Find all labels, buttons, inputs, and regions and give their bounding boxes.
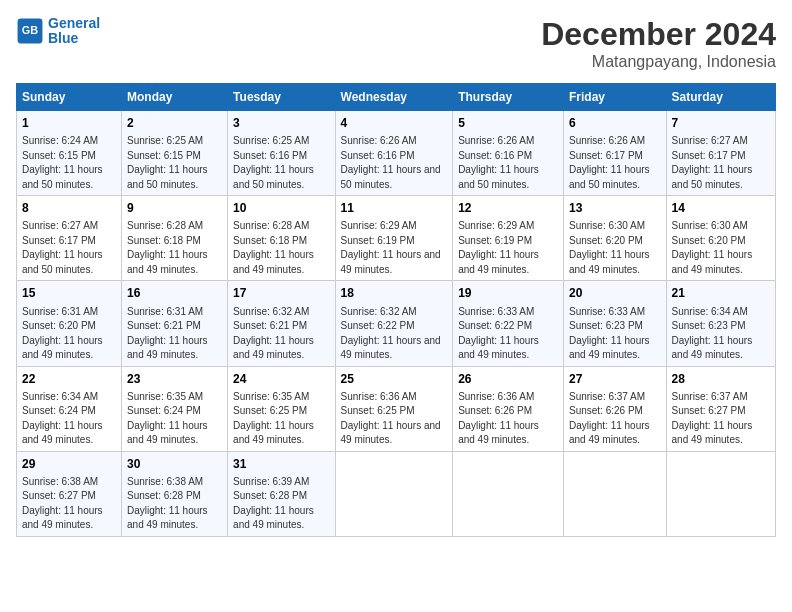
day-detail: Sunrise: 6:34 AMSunset: 6:23 PMDaylight:… [672, 306, 753, 361]
day-number: 27 [569, 371, 661, 387]
day-detail: Sunrise: 6:27 AMSunset: 6:17 PMDaylight:… [672, 135, 753, 190]
day-detail: Sunrise: 6:30 AMSunset: 6:20 PMDaylight:… [569, 220, 650, 275]
day-detail: Sunrise: 6:26 AMSunset: 6:16 PMDaylight:… [341, 135, 441, 190]
day-detail: Sunrise: 6:26 AMSunset: 6:17 PMDaylight:… [569, 135, 650, 190]
calendar-cell: 30Sunrise: 6:38 AMSunset: 6:28 PMDayligh… [122, 451, 228, 536]
col-header-tuesday: Tuesday [228, 84, 335, 111]
logo-line2: Blue [48, 30, 78, 46]
calendar-cell: 18Sunrise: 6:32 AMSunset: 6:22 PMDayligh… [335, 281, 453, 366]
day-number: 25 [341, 371, 448, 387]
day-number: 31 [233, 456, 329, 472]
calendar-cell: 20Sunrise: 6:33 AMSunset: 6:23 PMDayligh… [563, 281, 666, 366]
week-row-4: 29Sunrise: 6:38 AMSunset: 6:27 PMDayligh… [17, 451, 776, 536]
calendar-cell: 23Sunrise: 6:35 AMSunset: 6:24 PMDayligh… [122, 366, 228, 451]
day-number: 14 [672, 200, 770, 216]
day-detail: Sunrise: 6:27 AMSunset: 6:17 PMDaylight:… [22, 220, 103, 275]
day-number: 21 [672, 285, 770, 301]
calendar-cell [666, 451, 775, 536]
calendar-body: 1Sunrise: 6:24 AMSunset: 6:15 PMDaylight… [17, 111, 776, 537]
calendar-table: SundayMondayTuesdayWednesdayThursdayFrid… [16, 83, 776, 537]
day-detail: Sunrise: 6:37 AMSunset: 6:27 PMDaylight:… [672, 391, 753, 446]
day-number: 26 [458, 371, 558, 387]
day-detail: Sunrise: 6:38 AMSunset: 6:28 PMDaylight:… [127, 476, 208, 531]
day-detail: Sunrise: 6:32 AMSunset: 6:22 PMDaylight:… [341, 306, 441, 361]
calendar-cell: 17Sunrise: 6:32 AMSunset: 6:21 PMDayligh… [228, 281, 335, 366]
header: GB General Blue December 2024 Matangpaya… [16, 16, 776, 71]
calendar-cell: 2Sunrise: 6:25 AMSunset: 6:15 PMDaylight… [122, 111, 228, 196]
calendar-cell: 26Sunrise: 6:36 AMSunset: 6:26 PMDayligh… [453, 366, 564, 451]
day-detail: Sunrise: 6:31 AMSunset: 6:20 PMDaylight:… [22, 306, 103, 361]
week-row-1: 8Sunrise: 6:27 AMSunset: 6:17 PMDaylight… [17, 196, 776, 281]
col-header-saturday: Saturday [666, 84, 775, 111]
calendar-cell: 10Sunrise: 6:28 AMSunset: 6:18 PMDayligh… [228, 196, 335, 281]
day-detail: Sunrise: 6:38 AMSunset: 6:27 PMDaylight:… [22, 476, 103, 531]
calendar-cell: 15Sunrise: 6:31 AMSunset: 6:20 PMDayligh… [17, 281, 122, 366]
calendar-cell: 22Sunrise: 6:34 AMSunset: 6:24 PMDayligh… [17, 366, 122, 451]
calendar-cell: 7Sunrise: 6:27 AMSunset: 6:17 PMDaylight… [666, 111, 775, 196]
calendar-cell: 12Sunrise: 6:29 AMSunset: 6:19 PMDayligh… [453, 196, 564, 281]
subtitle: Matangpayang, Indonesia [541, 53, 776, 71]
calendar-cell: 27Sunrise: 6:37 AMSunset: 6:26 PMDayligh… [563, 366, 666, 451]
col-header-thursday: Thursday [453, 84, 564, 111]
day-number: 23 [127, 371, 222, 387]
title-area: December 2024 Matangpayang, Indonesia [541, 16, 776, 71]
day-number: 18 [341, 285, 448, 301]
day-detail: Sunrise: 6:32 AMSunset: 6:21 PMDaylight:… [233, 306, 314, 361]
day-number: 13 [569, 200, 661, 216]
calendar-header-row: SundayMondayTuesdayWednesdayThursdayFrid… [17, 84, 776, 111]
day-detail: Sunrise: 6:28 AMSunset: 6:18 PMDaylight:… [233, 220, 314, 275]
day-number: 19 [458, 285, 558, 301]
calendar-cell: 9Sunrise: 6:28 AMSunset: 6:18 PMDaylight… [122, 196, 228, 281]
calendar-cell: 24Sunrise: 6:35 AMSunset: 6:25 PMDayligh… [228, 366, 335, 451]
calendar-cell: 5Sunrise: 6:26 AMSunset: 6:16 PMDaylight… [453, 111, 564, 196]
calendar-cell [563, 451, 666, 536]
calendar-cell: 16Sunrise: 6:31 AMSunset: 6:21 PMDayligh… [122, 281, 228, 366]
logo-icon: GB [16, 17, 44, 45]
day-detail: Sunrise: 6:33 AMSunset: 6:23 PMDaylight:… [569, 306, 650, 361]
calendar-cell [453, 451, 564, 536]
calendar-cell: 21Sunrise: 6:34 AMSunset: 6:23 PMDayligh… [666, 281, 775, 366]
day-number: 16 [127, 285, 222, 301]
calendar-cell: 1Sunrise: 6:24 AMSunset: 6:15 PMDaylight… [17, 111, 122, 196]
col-header-sunday: Sunday [17, 84, 122, 111]
calendar-cell: 19Sunrise: 6:33 AMSunset: 6:22 PMDayligh… [453, 281, 564, 366]
day-number: 6 [569, 115, 661, 131]
day-number: 7 [672, 115, 770, 131]
col-header-friday: Friday [563, 84, 666, 111]
day-detail: Sunrise: 6:39 AMSunset: 6:28 PMDaylight:… [233, 476, 314, 531]
col-header-monday: Monday [122, 84, 228, 111]
day-detail: Sunrise: 6:30 AMSunset: 6:20 PMDaylight:… [672, 220, 753, 275]
day-number: 12 [458, 200, 558, 216]
col-header-wednesday: Wednesday [335, 84, 453, 111]
day-detail: Sunrise: 6:24 AMSunset: 6:15 PMDaylight:… [22, 135, 103, 190]
day-number: 22 [22, 371, 116, 387]
week-row-3: 22Sunrise: 6:34 AMSunset: 6:24 PMDayligh… [17, 366, 776, 451]
day-detail: Sunrise: 6:25 AMSunset: 6:16 PMDaylight:… [233, 135, 314, 190]
day-detail: Sunrise: 6:36 AMSunset: 6:26 PMDaylight:… [458, 391, 539, 446]
week-row-0: 1Sunrise: 6:24 AMSunset: 6:15 PMDaylight… [17, 111, 776, 196]
day-detail: Sunrise: 6:29 AMSunset: 6:19 PMDaylight:… [341, 220, 441, 275]
day-number: 28 [672, 371, 770, 387]
day-number: 29 [22, 456, 116, 472]
calendar-cell: 29Sunrise: 6:38 AMSunset: 6:27 PMDayligh… [17, 451, 122, 536]
day-number: 15 [22, 285, 116, 301]
day-number: 30 [127, 456, 222, 472]
day-detail: Sunrise: 6:34 AMSunset: 6:24 PMDaylight:… [22, 391, 103, 446]
day-detail: Sunrise: 6:26 AMSunset: 6:16 PMDaylight:… [458, 135, 539, 190]
main-title: December 2024 [541, 16, 776, 53]
day-number: 1 [22, 115, 116, 131]
day-number: 5 [458, 115, 558, 131]
day-number: 10 [233, 200, 329, 216]
logo-line1: General [48, 15, 100, 31]
day-detail: Sunrise: 6:25 AMSunset: 6:15 PMDaylight:… [127, 135, 208, 190]
day-number: 4 [341, 115, 448, 131]
calendar-cell: 31Sunrise: 6:39 AMSunset: 6:28 PMDayligh… [228, 451, 335, 536]
day-detail: Sunrise: 6:33 AMSunset: 6:22 PMDaylight:… [458, 306, 539, 361]
day-number: 9 [127, 200, 222, 216]
calendar-cell: 3Sunrise: 6:25 AMSunset: 6:16 PMDaylight… [228, 111, 335, 196]
calendar-cell: 4Sunrise: 6:26 AMSunset: 6:16 PMDaylight… [335, 111, 453, 196]
calendar-cell: 6Sunrise: 6:26 AMSunset: 6:17 PMDaylight… [563, 111, 666, 196]
day-number: 8 [22, 200, 116, 216]
day-detail: Sunrise: 6:31 AMSunset: 6:21 PMDaylight:… [127, 306, 208, 361]
calendar-cell: 14Sunrise: 6:30 AMSunset: 6:20 PMDayligh… [666, 196, 775, 281]
